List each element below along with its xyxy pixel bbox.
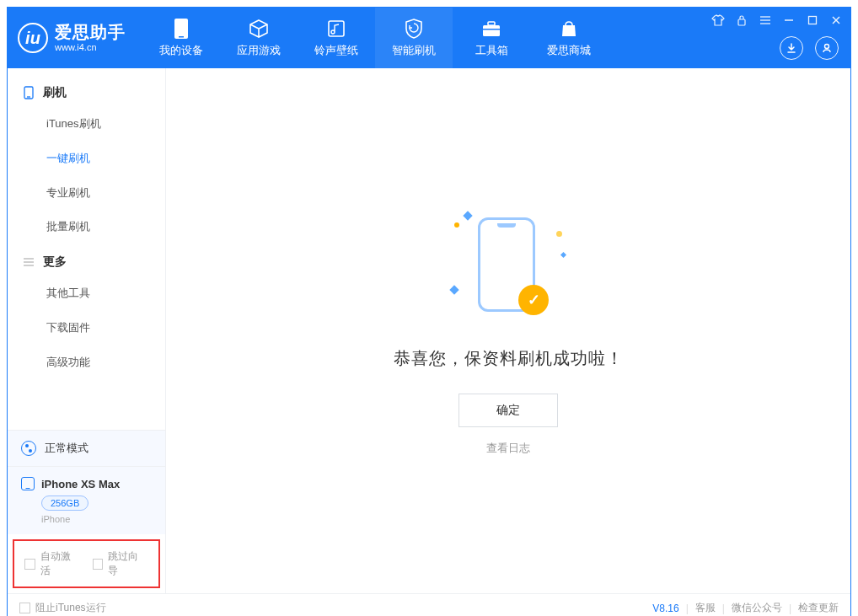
main-nav: 我的设备 应用游戏 铃声壁纸 智能刷机 工具箱 爱思商城 <box>142 8 608 68</box>
bag-icon <box>558 18 580 40</box>
success-message: 恭喜您，保资料刷机成功啦！ <box>394 347 624 370</box>
maximize-button[interactable] <box>805 13 820 28</box>
svg-rect-4 <box>488 22 495 25</box>
footer-link-support[interactable]: 客服 <box>695 601 716 615</box>
device-panel[interactable]: iPhone XS Max 256GB iPhone <box>8 467 165 534</box>
shield-icon <box>403 18 425 40</box>
nav-store[interactable]: 爱思商城 <box>530 8 608 68</box>
sidebar-item-itunes-flash[interactable]: iTunes刷机 <box>8 107 165 142</box>
window-controls <box>711 13 844 28</box>
close-button[interactable] <box>829 13 844 28</box>
tshirt-icon[interactable] <box>711 13 726 28</box>
mode-icon <box>21 441 36 456</box>
footer-link-update[interactable]: 检查更新 <box>798 601 839 615</box>
ok-button[interactable]: 确定 <box>458 394 558 427</box>
nav-flash[interactable]: 智能刷机 <box>375 8 453 68</box>
toolbox-icon <box>480 18 502 40</box>
version-label: V8.16 <box>652 603 678 614</box>
phone-small-icon <box>21 477 35 490</box>
nav-my-device[interactable]: 我的设备 <box>142 8 220 68</box>
app-window: iu 爱思助手 www.i4.cn 我的设备 应用游戏 铃声壁纸 智能刷机 <box>7 7 851 616</box>
device-name: iPhone XS Max <box>41 478 120 490</box>
app-url: www.i4.cn <box>55 42 126 53</box>
svg-rect-1 <box>179 36 184 38</box>
download-button[interactable] <box>780 36 803 60</box>
success-illustration: ✓ <box>449 206 567 324</box>
svg-rect-6 <box>738 19 745 25</box>
music-icon <box>325 18 347 40</box>
minimize-button[interactable] <box>781 13 796 28</box>
nav-apps[interactable]: 应用游戏 <box>220 8 298 68</box>
nav-ringtones[interactable]: 铃声壁纸 <box>298 8 375 68</box>
check-badge-icon: ✓ <box>518 285 549 315</box>
mode-indicator: 正常模式 <box>8 431 165 467</box>
mode-label: 正常模式 <box>45 441 88 456</box>
checkbox-stop-itunes[interactable]: 阻止iTunes运行 <box>19 601 106 615</box>
sidebar: 刷机 iTunes刷机 一键刷机 专业刷机 批量刷机 更多 其他工具 下载固件 … <box>8 68 166 593</box>
svg-rect-11 <box>809 17 817 24</box>
options-highlight: 自动激活 跳过向导 <box>13 539 160 588</box>
sidebar-group-flash: 刷机 <box>8 75 165 107</box>
sidebar-group-more: 更多 <box>8 244 165 276</box>
view-log-link[interactable]: 查看日志 <box>486 441 530 456</box>
device-storage: 256GB <box>41 495 88 511</box>
sidebar-item-download-firmware[interactable]: 下载固件 <box>8 311 165 345</box>
main-content: ✓ 恭喜您，保资料刷机成功啦！ 确定 查看日志 <box>166 68 850 593</box>
user-button[interactable] <box>815 36 839 60</box>
device-icon <box>23 87 35 99</box>
app-name: 爱思助手 <box>55 22 126 42</box>
device-type: iPhone <box>41 514 152 524</box>
sidebar-item-batch-flash[interactable]: 批量刷机 <box>8 210 165 244</box>
header-actions <box>780 36 839 60</box>
body: 刷机 iTunes刷机 一键刷机 专业刷机 批量刷机 更多 其他工具 下载固件 … <box>8 68 850 593</box>
cube-icon <box>248 18 270 40</box>
svg-point-14 <box>825 45 829 49</box>
phone-icon <box>170 18 192 40</box>
logo-icon: iu <box>18 23 48 53</box>
app-logo: iu 爱思助手 www.i4.cn <box>18 22 126 53</box>
sidebar-item-pro-flash[interactable]: 专业刷机 <box>8 176 165 211</box>
sidebar-item-onekey-flash[interactable]: 一键刷机 <box>8 142 165 176</box>
svg-rect-2 <box>329 21 344 36</box>
sidebar-item-advanced[interactable]: 高级功能 <box>8 345 165 380</box>
menu-icon[interactable] <box>758 13 773 28</box>
list-icon <box>23 256 35 268</box>
lock-icon[interactable] <box>734 13 749 28</box>
nav-toolbox[interactable]: 工具箱 <box>453 8 530 68</box>
titlebar: iu 爱思助手 www.i4.cn 我的设备 应用游戏 铃声壁纸 智能刷机 <box>8 8 850 68</box>
svg-rect-3 <box>483 25 500 36</box>
svg-rect-5 <box>483 29 500 30</box>
checkbox-auto-activate[interactable]: 自动激活 <box>24 549 81 578</box>
checkbox-skip-guide[interactable]: 跳过向导 <box>93 549 149 578</box>
statusbar: 阻止iTunes运行 V8.16 | 客服 | 微信公众号 | 检查更新 <box>8 593 850 616</box>
footer-link-wechat[interactable]: 微信公众号 <box>732 601 782 615</box>
svg-rect-0 <box>174 19 188 39</box>
sidebar-item-other-tools[interactable]: 其他工具 <box>8 276 165 311</box>
